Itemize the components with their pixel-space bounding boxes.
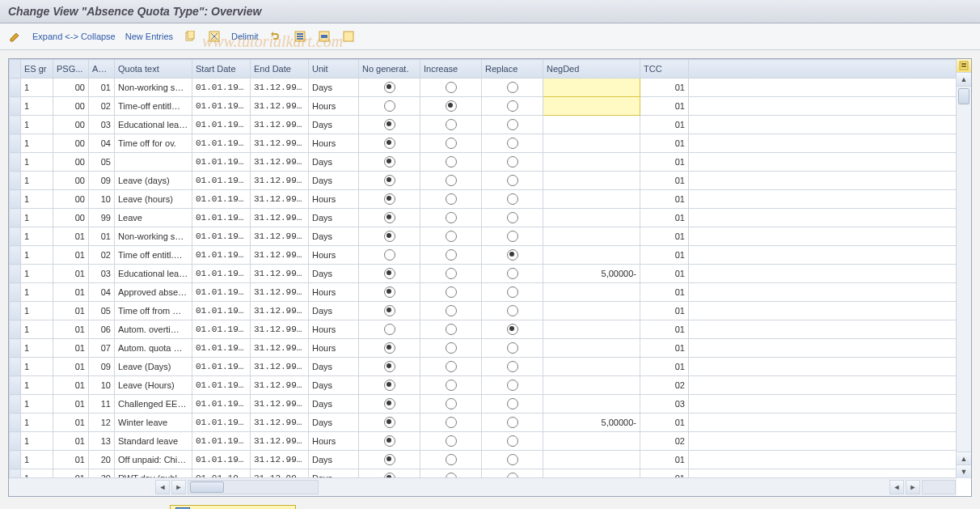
cell-replace-radio[interactable] xyxy=(507,138,518,149)
cell-end-date[interactable]: 31.12.9999 xyxy=(251,432,309,451)
cell-psg[interactable]: 00 xyxy=(53,78,89,97)
cell-no-generat-radio[interactable] xyxy=(384,305,395,316)
cell-increase[interactable] xyxy=(420,246,482,265)
cell-psg[interactable]: 01 xyxy=(53,320,89,339)
cell-psg[interactable]: 01 xyxy=(53,227,89,246)
row-selector[interactable] xyxy=(10,209,21,227)
row-selector[interactable] xyxy=(10,134,21,153)
cell-end-date[interactable]: 31.12.9999 xyxy=(251,209,309,227)
row-selector[interactable] xyxy=(10,432,21,451)
cell-start-date[interactable]: 01.01.1900 xyxy=(192,227,251,246)
cell-negded[interactable] xyxy=(543,302,640,320)
hscroll-left-icon[interactable]: ◄ xyxy=(155,480,170,494)
cell-increase-radio[interactable] xyxy=(446,100,457,112)
table-row[interactable]: 10113Standard leave01.01.199031.12.9999H… xyxy=(10,432,957,451)
cell-increase-radio[interactable] xyxy=(446,231,457,242)
cell-psg[interactable]: 01 xyxy=(53,414,89,432)
cell-no-generat-radio[interactable] xyxy=(384,193,395,205)
cell-increase[interactable] xyxy=(420,339,482,358)
cell-negded[interactable]: 5,00000- xyxy=(543,414,640,432)
row-selector[interactable] xyxy=(10,227,21,246)
cell-replace-radio[interactable] xyxy=(507,268,518,279)
copy-icon[interactable] xyxy=(183,29,197,44)
cell-quota-text[interactable]: Leave xyxy=(115,209,192,227)
cell-unit[interactable]: Days xyxy=(309,302,359,320)
cell-replace-radio[interactable] xyxy=(507,305,518,316)
row-selector[interactable] xyxy=(10,283,21,302)
cell-no-generat[interactable] xyxy=(359,358,420,376)
row-selector[interactable] xyxy=(10,395,21,414)
cell-replace[interactable] xyxy=(482,153,543,172)
cell-increase-radio[interactable] xyxy=(446,286,457,298)
col-es[interactable]: ES gr xyxy=(21,60,53,78)
cell-quota-text[interactable]: Time off entitl.… xyxy=(115,246,192,265)
cell-no-generat-radio[interactable] xyxy=(384,286,395,298)
cell-replace[interactable] xyxy=(482,451,543,469)
cell-increase[interactable] xyxy=(420,414,482,432)
cell-psg[interactable]: 01 xyxy=(53,451,89,469)
cell-tcc[interactable]: 01 xyxy=(640,97,689,116)
cell-no-generat[interactable] xyxy=(359,209,420,227)
cell-negded[interactable] xyxy=(543,283,640,302)
cell-es[interactable]: 1 xyxy=(21,265,53,283)
cell-replace-radio[interactable] xyxy=(507,417,518,428)
cell-increase-radio[interactable] xyxy=(446,249,457,261)
row-selector[interactable] xyxy=(10,451,21,469)
col-rowselector[interactable] xyxy=(10,60,21,78)
table-row[interactable]: 10010Leave (hours)01.01.199031.12.9999Ho… xyxy=(10,190,957,209)
hscroll-left2-icon[interactable]: ◄ xyxy=(889,480,904,494)
cell-increase-radio[interactable] xyxy=(446,435,457,447)
cell-aq[interactable]: 99 xyxy=(89,209,115,227)
cell-es[interactable]: 1 xyxy=(21,153,53,172)
cell-no-generat[interactable] xyxy=(359,153,420,172)
cell-psg[interactable]: 01 xyxy=(53,265,89,283)
table-row[interactable]: 10101Non-working s…01.01.190031.12.9999D… xyxy=(10,227,957,246)
cell-start-date[interactable]: 01.01.1900 xyxy=(192,134,251,153)
cell-es[interactable]: 1 xyxy=(21,134,53,153)
cell-negded[interactable] xyxy=(543,153,640,172)
cell-psg[interactable]: 00 xyxy=(53,153,89,172)
cell-unit[interactable]: Days xyxy=(309,209,359,227)
row-selector[interactable] xyxy=(10,339,21,358)
row-selector[interactable] xyxy=(10,376,21,395)
scroll-thumb[interactable] xyxy=(958,88,969,104)
position-button[interactable]: Position... xyxy=(170,505,296,509)
cell-tcc[interactable]: 01 xyxy=(640,78,689,97)
table-row[interactable]: 1000501.01.190031.12.9999Days01 xyxy=(10,153,957,172)
cell-unit[interactable]: Days xyxy=(309,116,359,134)
cell-aq[interactable]: 04 xyxy=(89,134,115,153)
cell-no-generat-radio[interactable] xyxy=(384,398,395,409)
cell-start-date[interactable]: 01.01.1990 xyxy=(192,339,251,358)
cell-negded[interactable] xyxy=(543,78,640,97)
row-selector[interactable] xyxy=(10,190,21,209)
cell-tcc[interactable]: 03 xyxy=(640,395,689,414)
cell-negded[interactable] xyxy=(543,134,640,153)
cell-tcc[interactable]: 01 xyxy=(640,116,689,134)
cell-end-date[interactable]: 31.12.9999 xyxy=(251,246,309,265)
cell-psg[interactable]: 01 xyxy=(53,376,89,395)
cell-es[interactable]: 1 xyxy=(21,209,53,227)
cell-unit[interactable]: Hours xyxy=(309,246,359,265)
cell-start-date[interactable]: 01.01.1990 xyxy=(192,246,251,265)
cell-es[interactable]: 1 xyxy=(21,97,53,116)
cell-replace[interactable] xyxy=(482,116,543,134)
cell-tcc[interactable]: 01 xyxy=(640,190,689,209)
col-quota-text[interactable]: Quota text xyxy=(115,60,192,78)
cell-quota-text[interactable]: Challenged EE … xyxy=(115,395,192,414)
row-selector[interactable] xyxy=(10,172,21,190)
cell-start-date[interactable]: 01.01.1900 xyxy=(192,414,251,432)
cell-increase[interactable] xyxy=(420,451,482,469)
cell-increase[interactable] xyxy=(420,395,482,414)
cell-start-date[interactable]: 01.01.1990 xyxy=(192,376,251,395)
cell-psg[interactable]: 00 xyxy=(53,116,89,134)
cell-replace-radio[interactable] xyxy=(507,156,518,168)
cell-end-date[interactable]: 31.12.9999 xyxy=(251,227,309,246)
cell-no-generat-radio[interactable] xyxy=(384,231,395,242)
cell-es[interactable]: 1 xyxy=(21,320,53,339)
hscroll-track-right[interactable] xyxy=(922,480,956,494)
table-row[interactable]: 10104Approved abse…01.01.190031.12.9999H… xyxy=(10,283,957,302)
table-row[interactable]: 10004Time off for ov.01.01.190031.12.999… xyxy=(10,134,957,153)
cell-no-generat-radio[interactable] xyxy=(384,361,395,372)
table-row[interactable]: 10102Time off entitl.…01.01.199031.12.99… xyxy=(10,246,957,265)
cell-end-date[interactable]: 31.12.9999 xyxy=(251,78,309,97)
